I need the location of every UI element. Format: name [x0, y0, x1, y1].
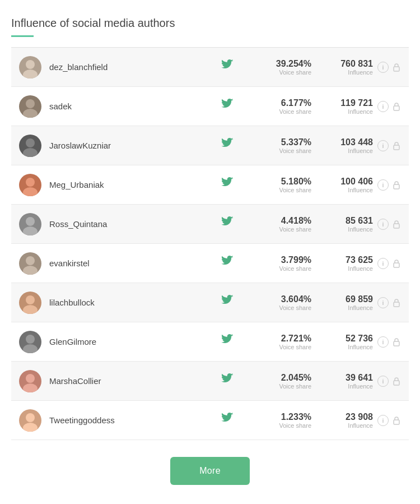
info-icon[interactable]: i	[377, 219, 389, 230]
info-icon[interactable]: i	[377, 297, 389, 308]
svg-point-4	[23, 109, 38, 118]
avatar	[19, 56, 41, 78]
table-row: dez_blanchfield 39.254% Voice share 760 …	[11, 48, 409, 87]
table-row: evankirstel 3.799% Voice share 73 625 In…	[11, 244, 409, 283]
info-icon[interactable]: i	[377, 140, 389, 151]
lock-icon[interactable]	[392, 337, 401, 346]
voice-share-label: Voice share	[279, 69, 311, 76]
lock-icon[interactable]	[392, 259, 401, 268]
action-icons: i	[377, 101, 401, 112]
voice-share-value: 6.177%	[281, 98, 311, 108]
lock-icon[interactable]	[392, 102, 401, 111]
voice-share-value: 3.604%	[281, 294, 311, 304]
lock-icon[interactable]	[392, 181, 401, 189]
table-row: GlenGilmore 2.721% Voice share 52 736 In…	[11, 322, 409, 362]
lock-icon[interactable]	[392, 220, 401, 229]
author-name: evankirstel	[49, 258, 216, 268]
influence-value: 23 908	[346, 412, 373, 422]
influence-label: Influence	[348, 265, 373, 272]
voice-share-value: 5.337%	[281, 137, 311, 147]
influence-value: 73 625	[346, 255, 373, 265]
svg-point-10	[23, 187, 38, 196]
voice-share-label: Voice share	[279, 187, 311, 193]
info-icon[interactable]: i	[377, 415, 389, 426]
influence-block: 39 641 Influence	[311, 373, 373, 390]
svg-point-15	[26, 256, 35, 265]
influence-block: 119 721 Influence	[311, 98, 373, 115]
info-icon[interactable]: i	[377, 62, 389, 73]
lock-icon[interactable]	[392, 63, 401, 72]
svg-rect-14	[394, 224, 399, 228]
voice-share-value: 39.254%	[276, 59, 311, 69]
influence-label: Influence	[348, 344, 373, 350]
avatar	[19, 409, 41, 432]
info-icon[interactable]: i	[377, 258, 389, 269]
twitter-icon	[216, 373, 239, 389]
svg-point-12	[26, 217, 35, 226]
avatar	[19, 370, 41, 392]
lock-icon[interactable]	[392, 141, 401, 150]
influence-value: 100 406	[340, 177, 373, 187]
info-icon[interactable]: i	[377, 101, 389, 112]
influence-value: 52 736	[346, 334, 373, 344]
info-icon[interactable]: i	[377, 336, 389, 348]
svg-rect-20	[394, 302, 399, 307]
svg-point-7	[23, 148, 38, 157]
table-row: Meg_Urbaniak 5.180% Voice share 100 406 …	[11, 165, 409, 205]
action-icons: i	[377, 376, 401, 387]
author-name: Meg_Urbaniak	[49, 180, 216, 189]
table-row: Ross_Quintana 4.418% Voice share 85 631 …	[11, 205, 409, 244]
avatar	[19, 331, 41, 353]
voice-share-block: 6.177% Voice share	[239, 98, 311, 115]
author-name: MarshaCollier	[49, 376, 216, 386]
info-icon[interactable]: i	[377, 376, 389, 387]
voice-share-block: 3.604% Voice share	[239, 294, 311, 311]
svg-rect-8	[394, 145, 399, 150]
voice-share-block: 3.799% Voice share	[239, 255, 311, 272]
influence-block: 103 448 Influence	[311, 137, 373, 154]
table-row: JaroslawKuzniar 5.337% Voice share 103 4…	[11, 126, 409, 165]
svg-rect-11	[394, 184, 399, 189]
twitter-icon	[216, 138, 239, 154]
action-icons: i	[377, 140, 401, 151]
influence-label: Influence	[348, 226, 373, 233]
influence-label: Influence	[348, 147, 373, 154]
voice-share-block: 39.254% Voice share	[239, 59, 311, 76]
lock-icon[interactable]	[392, 377, 401, 386]
influence-value: 39 641	[346, 373, 373, 383]
action-icons: i	[377, 336, 401, 348]
action-icons: i	[377, 297, 401, 308]
authors-list: dez_blanchfield 39.254% Voice share 760 …	[11, 47, 409, 440]
more-button[interactable]: More	[170, 457, 250, 485]
svg-point-9	[26, 178, 35, 187]
voice-share-value: 2.721%	[281, 334, 311, 344]
lock-icon[interactable]	[392, 298, 401, 307]
influence-label: Influence	[348, 69, 373, 76]
voice-share-value: 1.233%	[281, 412, 311, 422]
voice-share-label: Voice share	[279, 147, 311, 154]
svg-rect-5	[394, 106, 399, 110]
more-button-wrap: More	[11, 457, 409, 485]
action-icons: i	[377, 219, 401, 230]
influence-value: 760 831	[340, 59, 373, 69]
twitter-icon	[216, 295, 239, 311]
twitter-icon	[216, 99, 239, 114]
info-icon[interactable]: i	[377, 179, 389, 191]
svg-point-19	[23, 305, 38, 314]
voice-share-block: 2.721% Voice share	[239, 334, 311, 350]
influence-block: 85 631 Influence	[311, 216, 373, 233]
avatar	[19, 95, 41, 118]
voice-share-label: Voice share	[279, 383, 311, 390]
svg-point-25	[23, 383, 38, 392]
svg-point-28	[23, 423, 38, 432]
influence-block: 23 908 Influence	[311, 412, 373, 429]
avatar	[19, 292, 41, 314]
influence-block: 760 831 Influence	[311, 59, 373, 76]
lock-icon[interactable]	[392, 416, 401, 425]
svg-point-1	[23, 70, 38, 78]
table-row: Tweetinggoddess 1.233% Voice share 23 90…	[11, 401, 409, 440]
influence-block: 52 736 Influence	[311, 334, 373, 350]
action-icons: i	[377, 179, 401, 191]
author-name: JaroslawKuzniar	[49, 141, 216, 150]
author-name: sadek	[49, 101, 216, 111]
